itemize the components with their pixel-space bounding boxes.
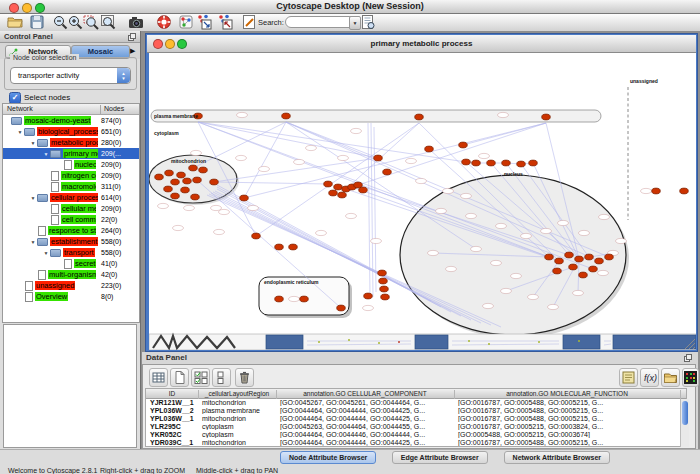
- tree-row[interactable]: nitrogen compo209(0): [3, 170, 139, 181]
- network-node[interactable]: [555, 258, 564, 264]
- tree-row[interactable]: ▼primary metabo209(...: [3, 148, 139, 159]
- tree-row[interactable]: nucleobase-209(0): [3, 159, 139, 170]
- network-node[interactable]: [502, 160, 511, 166]
- network-node[interactable]: [425, 146, 434, 152]
- tree-row[interactable]: ▼metabolic process280(0): [3, 137, 139, 148]
- save-session-icon[interactable]: [29, 14, 45, 30]
- network-node[interactable]: [589, 266, 598, 272]
- network-node[interactable]: [379, 278, 388, 284]
- network-node[interactable]: [374, 155, 383, 161]
- snapshot-camera-icon[interactable]: [128, 14, 144, 30]
- network-node[interactable]: [381, 294, 390, 300]
- formula-fx-icon[interactable]: f(x): [640, 368, 659, 387]
- table-scrollbar-thumb[interactable]: [682, 401, 688, 425]
- network-node[interactable]: [487, 160, 496, 166]
- window-titlebar-fragment[interactable]: [613, 335, 696, 349]
- network-node[interactable]: [171, 179, 180, 185]
- network-node[interactable]: [189, 165, 198, 171]
- network-node[interactable]: [680, 188, 689, 194]
- birds-eye-view[interactable]: [3, 324, 137, 448]
- tree-row[interactable]: ▼transport558(0): [3, 247, 139, 258]
- tree-row[interactable]: response to stimulu264(0): [3, 225, 139, 236]
- network-node[interactable]: [171, 193, 180, 199]
- network-node[interactable]: [210, 179, 219, 185]
- tree-row[interactable]: mosaic-demo-yeast874(0): [3, 115, 139, 126]
- expand-triangle-icon[interactable]: ▼: [42, 151, 50, 157]
- network-node[interactable]: [191, 194, 200, 200]
- network-import-icon[interactable]: [196, 14, 212, 30]
- network-node[interactable]: [334, 184, 343, 190]
- network-node[interactable]: [155, 174, 164, 180]
- tree-row[interactable]: multi-organism pro42(0): [3, 269, 139, 280]
- tree-row[interactable]: cellular metabol209(0): [3, 203, 139, 214]
- network-node[interactable]: [542, 114, 551, 120]
- annotation-icon[interactable]: [241, 14, 257, 30]
- expand-triangle-icon[interactable]: ▼: [29, 239, 37, 245]
- network-node[interactable]: [164, 186, 173, 192]
- tree-row[interactable]: secretion41(0): [3, 258, 139, 269]
- network-node[interactable]: [181, 187, 190, 193]
- window-titlebar-fragment[interactable]: [266, 335, 303, 349]
- network-node[interactable]: [300, 296, 309, 302]
- zoom-in-icon[interactable]: [67, 14, 83, 30]
- unselect-attributes-icon[interactable]: [212, 368, 231, 387]
- network-node[interactable]: [575, 256, 584, 262]
- zoom-fit-icon[interactable]: [100, 14, 116, 30]
- network-node[interactable]: [472, 160, 481, 166]
- attribute-matrix-icon[interactable]: [682, 368, 699, 387]
- network-node[interactable]: [565, 252, 574, 258]
- delete-attribute-icon[interactable]: [235, 368, 254, 387]
- column-header-molecular-function[interactable]: annotation.GO MOLECULAR_FUNCTION: [454, 390, 681, 399]
- table-row[interactable]: YLR295Ccytoplasm[GO:0045263, GO:0044464,…: [146, 423, 686, 431]
- network-node[interactable]: [337, 305, 346, 311]
- vizmapper-icon[interactable]: [178, 14, 194, 30]
- tab-network-attribute-browser[interactable]: Network Attribute Browser: [504, 451, 610, 464]
- zoom-out-icon[interactable]: [52, 14, 68, 30]
- float-data-panel-icon[interactable]: [684, 354, 692, 362]
- window-titlebar-fragment[interactable]: [563, 335, 600, 349]
- network-node[interactable]: [193, 177, 202, 183]
- new-attribute-icon[interactable]: [170, 368, 189, 387]
- table-row[interactable]: YJR121W__1mitochondrion[GO:0045267, GO:0…: [146, 399, 686, 407]
- network-node[interactable]: [383, 169, 392, 175]
- tree-row[interactable]: ▼biological_process651(0): [3, 126, 139, 137]
- network-node[interactable]: [378, 270, 387, 276]
- column-header-id[interactable]: ID: [146, 390, 199, 399]
- tree-row[interactable]: ▼establishment of lo558(0): [3, 236, 139, 247]
- network-node[interactable]: [199, 167, 208, 173]
- tree-row[interactable]: macromolecule311(0): [3, 181, 139, 192]
- table-row[interactable]: YDR039C__1mitochondrion[GO:0044464, GO:0…: [146, 439, 686, 447]
- network-node[interactable]: [652, 188, 661, 194]
- expand-triangle-icon[interactable]: ▼: [16, 129, 24, 135]
- network-node[interactable]: [579, 272, 588, 278]
- import-attributes-icon[interactable]: [661, 368, 680, 387]
- zoom-selected-region-icon[interactable]: [83, 14, 99, 30]
- tab-node-attribute-browser[interactable]: Node Attribute Browser: [280, 451, 376, 464]
- search-input[interactable]: [285, 16, 355, 28]
- network-node[interactable]: [183, 178, 192, 184]
- search-options-icon[interactable]: [360, 14, 376, 30]
- network-node[interactable]: [252, 233, 261, 239]
- column-header-region[interactable]: _cellularLayoutRegion: [198, 390, 277, 399]
- network-node[interactable]: [240, 195, 249, 201]
- help-lifesaver-icon[interactable]: [156, 14, 172, 30]
- network-node[interactable]: [289, 244, 298, 250]
- network-node[interactable]: [605, 254, 614, 260]
- attribute-table-icon[interactable]: [149, 368, 168, 387]
- expand-triangle-icon[interactable]: ▼: [29, 140, 37, 146]
- tab-overflow-arrow[interactable]: ▶: [130, 47, 135, 55]
- node-color-dropdown[interactable]: transporter activity ▲▼: [10, 67, 131, 84]
- tab-edge-attribute-browser[interactable]: Edge Attribute Browser: [392, 451, 488, 464]
- network-node[interactable]: [359, 187, 368, 193]
- table-row[interactable]: YPL036W__2plasma membrane[GO:0044464, GO…: [146, 407, 686, 415]
- network-node[interactable]: [415, 114, 424, 120]
- table-scrollbar[interactable]: [680, 399, 689, 447]
- network-node[interactable]: [545, 254, 554, 260]
- table-row[interactable]: YKR052Ccytoplasm[GO:0044464, GO:0044446,…: [146, 431, 686, 439]
- network-window-titlebar[interactable]: primary metabolic process: [147, 35, 696, 53]
- network-export-icon[interactable]: [217, 14, 233, 30]
- network-node[interactable]: [517, 161, 526, 167]
- expand-triangle-icon[interactable]: ▼: [42, 250, 50, 256]
- label-list-icon[interactable]: [619, 368, 638, 387]
- network-node[interactable]: [459, 142, 468, 148]
